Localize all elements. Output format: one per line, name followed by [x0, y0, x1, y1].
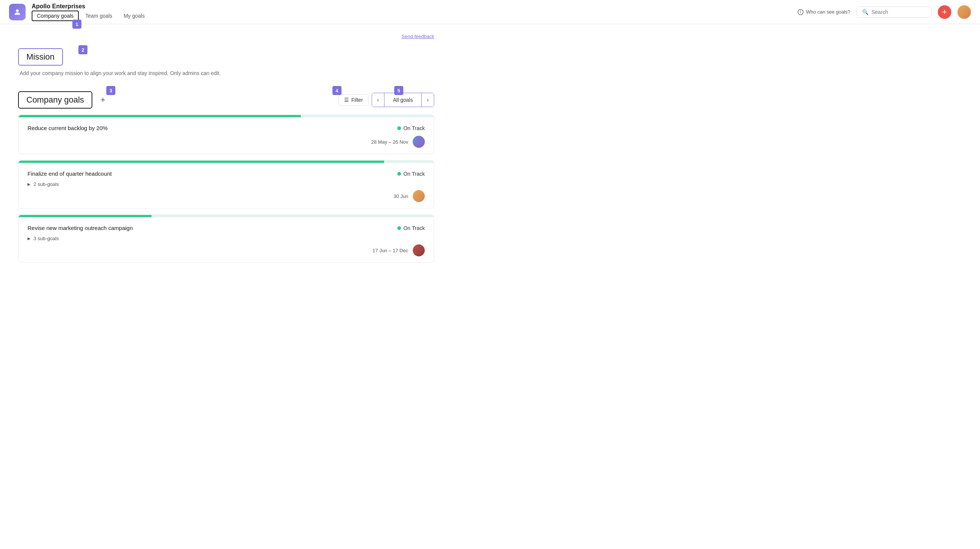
- goal-bottom-row-3: 17 Jun – 17 Dec: [27, 244, 425, 256]
- status-dot-3: [397, 226, 401, 230]
- goal-bottom-row-1: 28 May – 26 Nov: [27, 136, 425, 148]
- goal-bottom-row-2: 30 Jun: [27, 190, 425, 202]
- tab-company-goals[interactable]: Company goals: [32, 11, 79, 21]
- status-dot-1: [397, 126, 401, 130]
- period-next-button[interactable]: ›: [422, 93, 434, 107]
- annotation-badge-3: 3: [106, 86, 115, 95]
- goal-date-1: 28 May – 26 Nov: [371, 139, 408, 145]
- goal-title-3: Revise new marketing outreach campaign: [27, 225, 133, 231]
- goal-date-2: 30 Jun: [393, 193, 408, 199]
- send-feedback-area: Send feedback: [18, 33, 434, 39]
- goal-body-1: Reduce current backlog by 20% On Track 2…: [19, 117, 434, 154]
- header: Apollo Enterprises Company goals Team go…: [0, 0, 980, 24]
- nav-tabs: Company goals Team goals My goals: [32, 11, 150, 21]
- user-avatar[interactable]: [958, 5, 971, 19]
- app-title: Apollo Enterprises: [32, 3, 150, 10]
- filter-label: Filter: [351, 97, 363, 103]
- header-title-group: Apollo Enterprises Company goals Team go…: [32, 3, 150, 21]
- mission-box[interactable]: Mission: [18, 48, 63, 65]
- mission-section: 2 Mission Add your company mission to al…: [18, 48, 434, 76]
- user-avatar-img: [958, 5, 971, 19]
- who-can-see[interactable]: i Who can see goals?: [797, 9, 850, 15]
- info-icon: i: [797, 9, 803, 15]
- goal-top-row-3: Revise new marketing outreach campaign O…: [27, 225, 425, 231]
- period-prev-button[interactable]: ‹: [372, 93, 384, 107]
- goal-body-2: Finalize end of quarter headcount On Tra…: [19, 163, 434, 208]
- goal-status-2: On Track: [397, 171, 425, 177]
- filter-icon: ☰: [344, 97, 349, 103]
- add-button[interactable]: +: [938, 5, 951, 19]
- filter-button[interactable]: ☰ Filter: [339, 94, 369, 106]
- goal-top-row-2: Finalize end of quarter headcount On Tra…: [27, 170, 425, 177]
- owner-avatar-3: [413, 244, 425, 256]
- goal-card-3[interactable]: Revise new marketing outreach campaign O…: [18, 215, 434, 263]
- goal-status-label-3: On Track: [403, 225, 425, 231]
- search-icon: 🔍: [862, 9, 869, 15]
- goal-top-row-1: Reduce current backlog by 20% On Track: [27, 125, 425, 131]
- goals-title-group: 3 Company goals +: [18, 91, 109, 108]
- goals-header: 3 Company goals + 4 ☰ Filter 5 ‹: [18, 91, 434, 108]
- tab-team-goals[interactable]: Team goals: [80, 11, 117, 21]
- period-nav: ‹ All goals ›: [372, 93, 434, 107]
- goals-section: 3 Company goals + 4 ☰ Filter 5 ‹: [18, 91, 434, 263]
- goal-owner-3: [413, 244, 425, 256]
- svg-point-0: [16, 9, 19, 12]
- sub-goals-chevron-3: ▶: [27, 236, 30, 240]
- owner-avatar-1: [413, 136, 425, 148]
- goal-title-1: Reduce current backlog by 20%: [27, 125, 108, 131]
- goals-controls: 4 ☰ Filter 5 ‹ All goals ›: [339, 93, 434, 107]
- goal-status-3: On Track: [397, 225, 425, 231]
- goal-title-2: Finalize end of quarter headcount: [27, 170, 111, 177]
- sub-goals-chevron-2: ▶: [27, 182, 30, 186]
- search-input[interactable]: [872, 9, 926, 15]
- sub-goals-row-2[interactable]: ▶ 2 sub-goals: [27, 181, 425, 187]
- annotation-badge-4: 4: [332, 86, 342, 95]
- annotation-badge-1: 1: [72, 20, 81, 29]
- main-content: Send feedback 2 Mission Add your company…: [0, 24, 452, 278]
- tab-my-goals[interactable]: My goals: [119, 11, 150, 21]
- search-box: 🔍: [856, 6, 932, 18]
- goal-card-1[interactable]: Reduce current backlog by 20% On Track 2…: [18, 115, 434, 154]
- status-dot-2: [397, 172, 401, 176]
- goal-status-label-1: On Track: [403, 125, 425, 131]
- mission-description: Add your company mission to align your w…: [20, 70, 221, 76]
- goal-owner-2: [413, 190, 425, 202]
- who-can-see-label: Who can see goals?: [806, 9, 850, 15]
- annotation-badge-2: 2: [78, 45, 88, 54]
- sub-goals-label-3: 3 sub-goals: [33, 236, 59, 241]
- goals-title: Company goals: [18, 91, 92, 108]
- goal-status-label-2: On Track: [403, 171, 425, 177]
- goal-card-2[interactable]: Finalize end of quarter headcount On Tra…: [18, 160, 434, 208]
- app-icon: [9, 4, 25, 21]
- owner-avatar-2: [413, 190, 425, 202]
- goals-add-button[interactable]: +: [97, 94, 109, 106]
- goal-date-3: 17 Jun – 17 Dec: [372, 248, 408, 253]
- send-feedback-link[interactable]: Send feedback: [401, 33, 434, 39]
- sub-goals-row-3[interactable]: ▶ 3 sub-goals: [27, 236, 425, 241]
- period-label: All goals: [384, 93, 422, 107]
- goal-owner-1: [413, 136, 425, 148]
- annotation-badge-5: 5: [394, 86, 403, 95]
- goal-body-3: Revise new marketing outreach campaign O…: [19, 217, 434, 263]
- sub-goals-label-2: 2 sub-goals: [33, 181, 59, 187]
- goal-status-1: On Track: [397, 125, 425, 131]
